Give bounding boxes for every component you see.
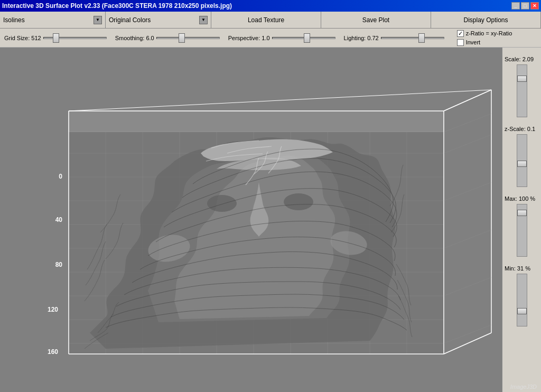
perspective-group: Perspective: 1.0 (228, 35, 335, 41)
main-area: 0 40 80 120 160 Scale: 2.09 z-Scale: 0.1… (0, 48, 541, 392)
invert-label: Invert (466, 39, 481, 45)
smoothing-group: Smoothing: 6.0 (115, 35, 220, 41)
perspective-label: Perspective: 1.0 (228, 35, 270, 41)
svg-text:40: 40 (55, 216, 63, 223)
svg-text:0: 0 (59, 173, 62, 180)
title-bar: Interactive 3D Surface Plot v2.33 (Face3… (0, 0, 541, 12)
grid-size-group: Grid Size: 512 (4, 35, 107, 41)
close-button[interactable]: ✕ (530, 2, 539, 10)
svg-point-38 (207, 195, 237, 212)
min-thumb[interactable] (517, 308, 527, 314)
save-plot-button[interactable]: Save Plot (321, 12, 431, 28)
grid-size-thumb[interactable] (53, 33, 59, 43)
colors-dropdown[interactable]: Original Colors ▼ (106, 12, 211, 28)
lighting-track[interactable] (381, 37, 444, 39)
colors-arrow[interactable]: ▼ (199, 16, 208, 24)
z-scale-label: z-Scale: 0.1 (505, 126, 539, 132)
scale-thumb[interactable] (517, 76, 527, 82)
sliders-row: Grid Size: 512 Smoothing: 6.0 Perspectiv… (0, 29, 541, 48)
svg-text:120: 120 (48, 306, 58, 313)
invert-checkbox[interactable] (457, 39, 464, 46)
z-ratio-label: z-Ratio = xy-Ratio (466, 30, 512, 36)
right-panel: Scale: 2.09 z-Scale: 0.1 Max: 100 % Min:… (502, 48, 541, 392)
svg-marker-1 (69, 111, 444, 132)
min-slider[interactable] (517, 274, 527, 326)
isolines-dropdown[interactable]: Isolines ▼ (0, 12, 106, 28)
z-scale-thumb[interactable] (517, 161, 527, 167)
maximize-button[interactable]: □ (521, 2, 529, 10)
max-label: Max: 100 % (505, 195, 539, 202)
isolines-arrow[interactable]: ▼ (94, 16, 102, 24)
watermark: ImageJ3D (510, 384, 537, 390)
invert-item[interactable]: Invert (457, 39, 512, 46)
perspective-track[interactable] (272, 37, 335, 39)
toolbar: Isolines ▼ Original Colors ▼ Load Textur… (0, 12, 541, 29)
surface-plot[interactable]: 0 40 80 120 160 (0, 48, 502, 392)
smoothing-thumb[interactable] (179, 33, 185, 43)
load-texture-button[interactable]: Load Texture (211, 12, 321, 28)
isolines-label: Isolines (3, 16, 94, 24)
svg-text:160: 160 (48, 348, 58, 356)
z-ratio-item[interactable]: ✓ z-Ratio = xy-Ratio (457, 30, 512, 37)
lighting-group: Lighting: 0.72 (344, 35, 444, 41)
z-scale-slider[interactable] (517, 134, 527, 187)
z-ratio-checkbox[interactable]: ✓ (457, 30, 464, 37)
plot-area[interactable]: 0 40 80 120 160 (0, 48, 502, 392)
smoothing-label: Smoothing: 6.0 (115, 35, 154, 41)
grid-size-track[interactable] (43, 37, 107, 39)
min-label: Min: 31 % (505, 265, 539, 272)
lighting-thumb[interactable] (418, 33, 425, 43)
perspective-thumb[interactable] (304, 33, 310, 43)
grid-size-label: Grid Size: 512 (4, 35, 41, 41)
minimize-button[interactable]: _ (511, 2, 520, 10)
smoothing-track[interactable] (156, 37, 220, 39)
window-controls[interactable]: _ □ ✕ (511, 2, 539, 10)
colors-label: Original Colors (109, 16, 199, 24)
svg-point-39 (284, 193, 313, 210)
svg-text:80: 80 (55, 261, 63, 268)
checkboxes-area: ✓ z-Ratio = xy-Ratio Invert (457, 30, 512, 46)
lighting-label: Lighting: 0.72 (344, 35, 379, 41)
max-thumb[interactable] (517, 210, 527, 216)
max-slider[interactable] (517, 204, 527, 257)
window-title: Interactive 3D Surface Plot v2.33 (Face3… (2, 2, 511, 10)
display-options-button[interactable]: Display Options (431, 12, 541, 28)
scale-slider[interactable] (517, 64, 527, 117)
scale-label: Scale: 2.09 (505, 56, 539, 62)
